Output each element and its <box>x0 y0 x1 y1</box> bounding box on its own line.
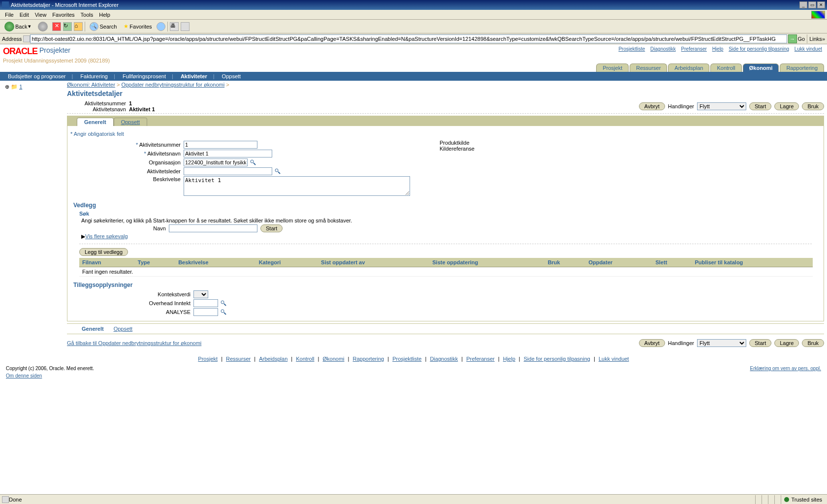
link-personlig[interactable]: Side for personlig tilpasning <box>729 46 789 52</box>
subtab-aktiviteter[interactable]: Aktiviteter <box>181 73 207 79</box>
tree-root-label[interactable]: 1 <box>19 84 22 90</box>
crumb-oppdater[interactable]: Oppdater nedbrytningsstruktur for økonom… <box>121 82 224 88</box>
close-button[interactable]: ✕ <box>817 1 825 8</box>
actions-select-bottom[interactable]: Flytt <box>697 339 746 347</box>
col-sistav[interactable]: Sist oppdatert av <box>318 258 429 267</box>
menu-favorites[interactable]: Favorites <box>49 12 77 18</box>
flink-diagnostikk[interactable]: Diagnostikk <box>430 356 458 362</box>
flink-personlig[interactable]: Side for personlig tilpasning <box>524 356 590 362</box>
history-icon[interactable] <box>157 22 165 31</box>
flink-rapportering[interactable]: Rapportering <box>353 356 384 362</box>
overhead-label: Overhead Inntekt <box>67 300 191 306</box>
tree-root[interactable]: ⊕ 📁 1 <box>5 84 65 90</box>
crumb-okonomi[interactable]: Økonomi: Aktiviteter <box>67 82 115 88</box>
cancel-button[interactable]: Avbryt <box>639 102 665 110</box>
minimize-button[interactable]: _ <box>799 1 807 8</box>
overhead-input[interactable] <box>193 299 218 307</box>
apply-button-bottom[interactable]: Bruk <box>802 339 824 347</box>
tab-ressurser[interactable]: Ressurser <box>630 63 667 72</box>
link-preferanser[interactable]: Preferanser <box>681 46 707 52</box>
col-filnavn[interactable]: Filnavn <box>79 258 135 267</box>
privacy-link[interactable]: Erklæring om vern av pers. oppl. <box>750 366 821 371</box>
lov-icon[interactable] <box>250 159 256 166</box>
col-bruk[interactable]: Bruk <box>545 258 586 267</box>
menu-view[interactable]: View <box>32 12 50 18</box>
stop-icon[interactable]: ✕ <box>52 22 61 31</box>
link-hjelp[interactable]: Hjelp <box>712 46 724 52</box>
lov-icon[interactable] <box>274 168 281 175</box>
ltab-bottom-generelt[interactable]: Generelt <box>82 326 104 332</box>
subtab-budsjetter[interactable]: Budsjetter og prognoser <box>8 73 65 79</box>
link-lukk[interactable]: Lukk vinduet <box>795 46 822 52</box>
col-oppdater[interactable]: Oppdater <box>585 258 652 267</box>
about-link[interactable]: Om denne siden <box>6 373 42 378</box>
col-publiser[interactable]: Publiser til katalog <box>692 258 813 267</box>
analyse-input[interactable] <box>193 308 218 316</box>
tab-rapportering[interactable]: Rapportering <box>780 63 824 72</box>
back-link[interactable]: Gå tilbake til Oppdater nedbrytningsstru… <box>67 340 201 346</box>
aktivitetsleder-input[interactable] <box>184 167 272 175</box>
organisasjon-input[interactable] <box>184 158 248 166</box>
tab-okonomi[interactable]: Økonomi <box>743 63 779 72</box>
flink-prosjektliste[interactable]: Prosjektliste <box>392 356 421 362</box>
flink-arbeidsplan[interactable]: Arbeidsplan <box>259 356 287 362</box>
back-button[interactable]: Back ▾ <box>2 20 33 33</box>
menu-edit[interactable]: Edit <box>17 12 32 18</box>
go-label[interactable]: Go <box>798 36 805 42</box>
ltab-generelt[interactable]: Generelt <box>77 118 114 126</box>
menu-help[interactable]: Help <box>96 12 113 18</box>
edit-icon[interactable] <box>181 22 190 31</box>
refresh-icon[interactable]: ↻ <box>63 22 72 31</box>
search-start-button[interactable]: Start <box>260 224 283 232</box>
flink-prosjekt[interactable]: Prosjekt <box>198 356 218 362</box>
more-search[interactable]: ▶Vis flere søkevalg <box>81 233 824 240</box>
menu-file[interactable]: File <box>2 12 17 18</box>
flink-ressurser[interactable]: Ressurser <box>226 356 251 362</box>
add-attachment-button[interactable]: Legg til vedlegg <box>79 248 128 256</box>
flink-hjelp[interactable]: Hjelp <box>503 356 515 362</box>
home-icon[interactable]: ⌂ <box>74 22 83 31</box>
flink-kontroll[interactable]: Kontroll <box>296 356 314 362</box>
tab-arbeidsplan[interactable]: Arbeidsplan <box>668 63 709 72</box>
ltab-bottom-oppsett[interactable]: Oppsett <box>114 326 133 332</box>
page-icon <box>23 35 30 42</box>
subtab-fakturering[interactable]: Fakturering <box>80 73 108 79</box>
aktivitetsnummer-input[interactable] <box>184 141 257 149</box>
go-button[interactable]: → <box>788 34 797 43</box>
col-sistdato[interactable]: Siste oppdatering <box>429 258 544 267</box>
flink-preferanser[interactable]: Preferanser <box>466 356 494 362</box>
cancel-button-bottom[interactable]: Avbryt <box>639 339 665 347</box>
apply-button[interactable]: Bruk <box>802 102 824 110</box>
navn-input[interactable] <box>169 224 257 232</box>
col-slett[interactable]: Slett <box>652 258 692 267</box>
start-button-bottom[interactable]: Start <box>749 339 771 347</box>
lov-icon[interactable] <box>220 309 227 315</box>
subtab-oppsett[interactable]: Oppsett <box>222 73 241 79</box>
address-input[interactable] <box>30 34 787 43</box>
tab-prosjekt[interactable]: Prosjekt <box>596 63 629 72</box>
links-label[interactable]: Links <box>809 36 822 42</box>
col-type[interactable]: Type <box>135 258 175 267</box>
aktivitetsnavn-input[interactable] <box>184 150 272 158</box>
favorites-button[interactable]: ★Favorites <box>121 22 154 31</box>
flink-okonomi[interactable]: Økonomi <box>323 356 345 362</box>
restore-button[interactable]: ▭ <box>808 1 816 8</box>
save-button[interactable]: Lagre <box>774 102 799 110</box>
link-prosjektliste[interactable]: Prosjektliste <box>618 46 645 52</box>
beskrivelse-input[interactable]: Aktivitet 1 <box>184 176 410 196</box>
col-beskrivelse[interactable]: Beskrivelse <box>175 258 255 267</box>
subtab-fullforing[interactable]: Fullføringsprosent <box>123 73 166 79</box>
kontekst-select[interactable] <box>193 290 208 298</box>
lov-icon[interactable] <box>220 300 227 307</box>
tab-kontroll[interactable]: Kontroll <box>710 63 741 72</box>
flink-lukk[interactable]: Lukk vinduet <box>599 356 629 362</box>
search-button[interactable]: 🔍Search <box>87 21 119 32</box>
print-icon[interactable]: 🖶 <box>170 22 179 31</box>
start-button[interactable]: Start <box>749 102 771 110</box>
save-button-bottom[interactable]: Lagre <box>774 339 799 347</box>
col-kategori[interactable]: Kategori <box>256 258 318 267</box>
menu-tools[interactable]: Tools <box>78 12 96 18</box>
link-diagnostikk[interactable]: Diagnostikk <box>650 46 676 52</box>
actions-select[interactable]: Flytt <box>697 102 746 110</box>
ltab-oppsett[interactable]: Oppsett <box>114 118 148 126</box>
